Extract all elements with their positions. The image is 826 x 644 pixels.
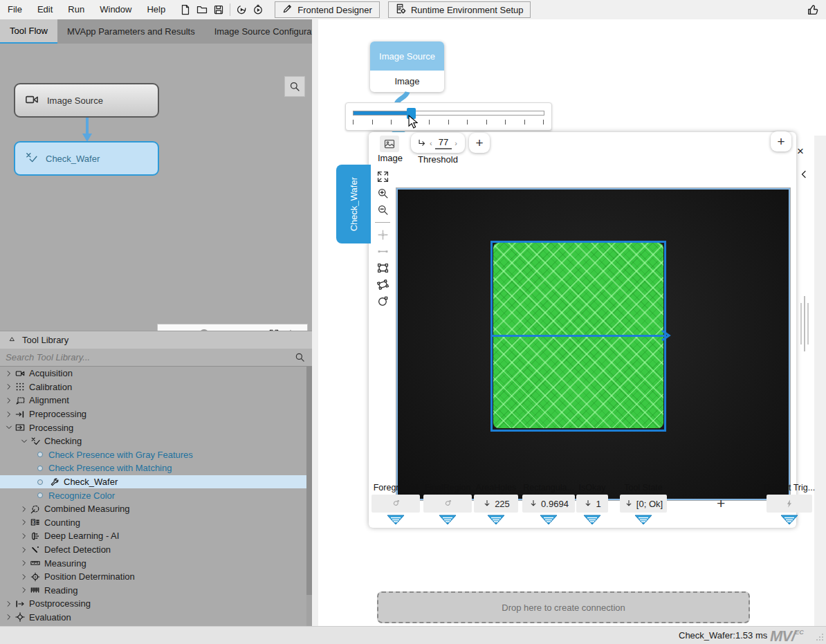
tree-item-position-determination[interactable]: Position Determination (0, 570, 306, 584)
chevron-right-icon[interactable] (4, 600, 14, 608)
flow-node-check-wafer[interactable]: Check_Wafer (14, 141, 159, 176)
tool-library-header[interactable]: Tool Library (0, 331, 312, 349)
tree-item-combined-measuring[interactable]: Combined Measuring (0, 502, 306, 516)
result-value-chip[interactable] (371, 495, 420, 513)
chevron-right-icon[interactable] (19, 586, 29, 594)
tree-item-alignment[interactable]: Alignment (0, 394, 306, 407)
adjust-parameter-icon[interactable] (417, 138, 427, 148)
result-value-chip[interactable]: [0; Ok] (620, 495, 667, 513)
chevron-right-icon[interactable] (4, 383, 14, 391)
result-value-chip[interactable] (423, 495, 472, 513)
tab-tool-flow[interactable]: Tool Flow (0, 19, 57, 44)
menu-help[interactable]: Help (139, 0, 173, 19)
roi-rectangle-bottom[interactable] (490, 335, 666, 432)
point-tool-icon[interactable] (377, 229, 389, 241)
tree-item-checking[interactable]: Checking (0, 434, 306, 448)
flow-node-image-source[interactable]: Image Source (14, 83, 159, 118)
result-value-chip[interactable] (767, 495, 812, 513)
chevron-right-icon[interactable] (19, 505, 29, 513)
tool-library-scrollbar[interactable] (306, 367, 312, 626)
threshold-value[interactable]: 77 (435, 136, 452, 149)
check-wafer-vertical-tab[interactable]: Check_Wafer (336, 165, 371, 243)
chevron-down-icon[interactable] (19, 437, 29, 445)
drop-connection-zone[interactable]: Drop here to create connection (377, 591, 750, 623)
chevron-right-icon[interactable] (19, 532, 29, 540)
menu-window[interactable]: Window (92, 0, 139, 19)
connection-funnel-icon[interactable] (583, 515, 601, 525)
connection-funnel-icon[interactable] (387, 515, 405, 525)
flow-search-button[interactable] (284, 76, 305, 97)
rect-roi-icon[interactable] (377, 262, 389, 274)
add-view-button[interactable]: + (771, 131, 791, 151)
save-icon[interactable] (210, 1, 227, 18)
tree-item-deep-learning-ai[interactable]: Deep Learning - AI (0, 529, 306, 543)
tree-item-counting[interactable]: 0Counting (0, 516, 306, 530)
window-resize-grip[interactable] (816, 634, 825, 642)
scrollbar-thumb[interactable] (306, 367, 312, 595)
chevron-right-icon[interactable] (19, 573, 29, 581)
tool-flow-canvas[interactable]: Image Source Check_Wafer 100% (0, 44, 312, 350)
zoom-in-icon[interactable] (377, 187, 389, 199)
tree-item-check-presence-with-matching[interactable]: Check Presence with Matching (0, 461, 306, 475)
tree-item-processing[interactable]: Processing (0, 421, 306, 434)
roi-rectangle-top[interactable] (490, 241, 666, 337)
tree-item-calibration[interactable]: Calibration (0, 380, 306, 394)
segment-tool-icon[interactable] (377, 246, 389, 257)
chevron-right-icon[interactable] (4, 613, 14, 621)
thumb-up-icon[interactable] (807, 3, 819, 16)
image-selector-track[interactable] (353, 111, 544, 116)
image-source-node-header[interactable]: Image Source (370, 42, 444, 71)
rotrect-roi-icon[interactable] (377, 279, 389, 291)
frontend-designer-button[interactable]: Frontend Designer (275, 1, 380, 18)
chevron-right-icon[interactable] (19, 559, 29, 567)
close-icon[interactable]: × (797, 146, 804, 157)
threshold-decrement-button[interactable]: ‹ (428, 139, 434, 147)
image-source-node-card[interactable]: Image Source Image (370, 42, 444, 92)
panel-splitter[interactable] (312, 19, 318, 626)
tree-item-reading[interactable]: Reading (0, 584, 306, 598)
tab-mvapp-parameters-and-results[interactable]: MVApp Parameters and Results (57, 19, 205, 44)
tree-item-check-presence-with-gray-features[interactable]: Check Presence with Gray Features (0, 448, 306, 462)
zoom-out-icon[interactable] (377, 204, 389, 216)
tree-item-postprocessing[interactable]: Postprocessing (0, 597, 306, 611)
tree-item-recognize-color[interactable]: Recognize Color (0, 488, 306, 502)
run-once-icon[interactable] (233, 1, 250, 18)
add-parameter-button[interactable]: + (469, 133, 490, 153)
menu-edit[interactable]: Edit (30, 0, 60, 19)
connection-funnel-icon[interactable] (439, 515, 457, 525)
circle-roi-icon[interactable] (377, 295, 389, 307)
tree-item-measuring[interactable]: Measuring (0, 556, 306, 570)
menu-file[interactable]: File (0, 0, 30, 19)
result-value-chip[interactable]: 1 (576, 495, 608, 513)
chevron-right-icon[interactable] (4, 410, 14, 418)
connection-funnel-icon[interactable] (487, 515, 505, 525)
chevron-right-icon[interactable] (4, 396, 14, 405)
new-file-icon[interactable] (177, 1, 194, 18)
tree-item-evaluation[interactable]: Evaluation (0, 611, 306, 625)
connection-funnel-icon[interactable] (780, 515, 798, 525)
chevron-right-icon[interactable] (19, 518, 29, 526)
collapse-panel-chevron-icon[interactable] (798, 169, 809, 180)
image-view-icon[interactable] (380, 136, 399, 152)
connection-funnel-icon[interactable] (634, 515, 652, 525)
menu-run[interactable]: Run (60, 0, 92, 19)
result-value-chip[interactable]: 0.9694 (522, 495, 575, 513)
result-value-chip[interactable]: 225 (474, 495, 518, 513)
run-loop-icon[interactable] (250, 1, 266, 18)
tree-item-preprocessing[interactable]: Preprocessing (0, 407, 306, 421)
chevron-right-icon[interactable] (4, 369, 14, 378)
fit-view-icon[interactable] (377, 171, 389, 183)
tree-item-acquisition[interactable]: Acquisition (0, 367, 306, 380)
runtime-environment-setup-button[interactable]: Runtime Environment Setup (388, 1, 531, 18)
chevron-down-icon[interactable] (4, 423, 14, 432)
tool-library-search-input[interactable] (0, 351, 295, 363)
image-source-output-port[interactable]: Image (370, 71, 444, 92)
add-result-button[interactable]: + (717, 497, 725, 510)
tree-item-check-wafer[interactable]: Check_Wafer (0, 475, 306, 489)
open-folder-icon[interactable] (194, 1, 210, 18)
image-display[interactable] (396, 187, 791, 501)
chevron-right-icon[interactable] (19, 546, 29, 554)
vertical-splitter-grip[interactable] (800, 296, 811, 351)
threshold-increment-button[interactable]: › (453, 139, 459, 147)
connection-funnel-icon[interactable] (540, 515, 558, 525)
